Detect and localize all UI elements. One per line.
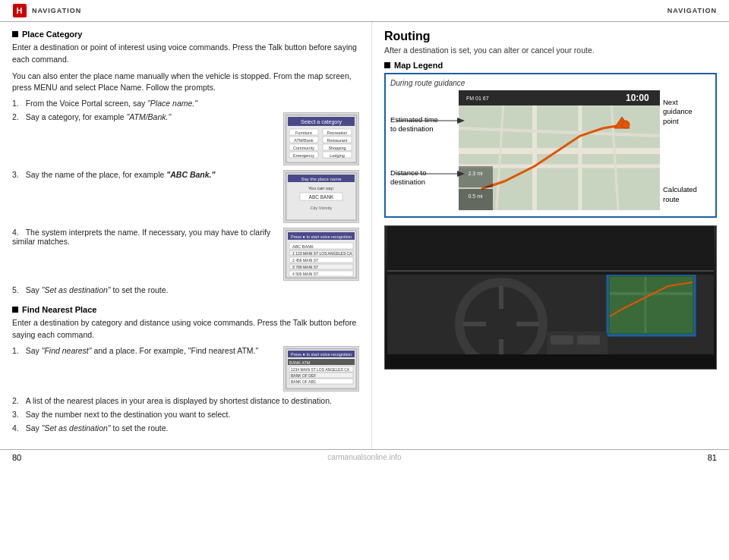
step-2-screenshot: Select a category Furniture Recreation A…: [283, 112, 359, 165]
header-right-text: NAVIGATION: [667, 7, 717, 14]
distance-arrow: [396, 166, 465, 181]
svg-text:2 456 MAIN ST: 2 456 MAIN ST: [292, 258, 318, 263]
find-nearest-section: Find Nearest Place Enter a destination b…: [12, 305, 359, 433]
fn-step-4-row: 4. Say "Set as destination" to set the r…: [12, 423, 359, 433]
map-legend-heading: Map Legend: [384, 61, 717, 70]
step-2-row: 2. Say a category, for example "ATM/Bank…: [12, 112, 359, 165]
svg-text:Press ● to start voice recogni: Press ● to start voice recognition: [291, 352, 352, 357]
svg-text:1234 MAIN ST LOS ANGELES CA: 1234 MAIN ST LOS ANGELES CA: [291, 367, 350, 372]
step-4-screenshot: Press ● to start voice recognition ABC B…: [283, 228, 359, 281]
svg-text:Community: Community: [293, 146, 314, 150]
header-left-nav: H NAVIGATION: [12, 3, 81, 18]
main-content: Place Category Enter a destination or po…: [0, 22, 729, 449]
fn-step-1-text: 1. Say "Find nearest" and a place. For e…: [12, 346, 277, 355]
svg-rect-86: [610, 277, 693, 333]
svg-text:10:00: 10:00: [626, 93, 649, 103]
svg-text:0.5 mi: 0.5 mi: [468, 193, 483, 199]
map-svg: 10:00 FM 01 67 0.5 mi 2.3 mi: [459, 90, 660, 210]
header-left-text: NAVIGATION: [32, 7, 81, 14]
svg-marker-74: [457, 118, 465, 124]
fn-step-4-text: 4. Say "Set as destination" to set the r…: [12, 423, 359, 433]
svg-text:Lodging: Lodging: [330, 153, 345, 158]
step-3-text: 3. Say the name of the place, for exampl…: [12, 170, 277, 179]
fn-step-2-text: 2. A list of the nearest places in your …: [12, 396, 359, 405]
svg-text:You can say:: You can say:: [308, 186, 334, 190]
svg-text:Press ● to start voice recogni: Press ● to start voice recognition: [291, 234, 352, 239]
svg-rect-91: [577, 335, 600, 344]
map-legend-box: During route guidance Estimated time to …: [384, 73, 717, 218]
svg-point-68: [622, 121, 630, 128]
during-route-label: During route guidance: [390, 79, 711, 87]
svg-marker-76: [457, 171, 465, 177]
step-5-row: 5. Say "Set as destination" to set the r…: [12, 285, 359, 294]
svg-text:ABC BANK: ABC BANK: [309, 194, 335, 200]
header-right-nav: NAVIGATION: [667, 7, 717, 14]
step-2-text: 2. Say a category, for example "ATM/Bank…: [12, 112, 277, 121]
footer-right-page: 81: [708, 453, 717, 462]
fn-step-3-row: 3. Say the number next to the destinatio…: [12, 410, 359, 419]
map-image-area: 10:00 FM 01 67 0.5 mi 2.3 mi: [459, 90, 660, 212]
svg-text:ATM/Bank: ATM/Bank: [294, 138, 314, 143]
fn-step-2-row: 2. A list of the nearest places in your …: [12, 396, 359, 405]
dashboard-svg: [387, 225, 714, 370]
svg-text:Say the place name: Say the place name: [301, 177, 342, 181]
svg-text:3 789 MAIN ST: 3 789 MAIN ST: [292, 265, 318, 269]
map-legend-section: Map Legend During route guidance Estimat…: [384, 61, 717, 370]
place-category-para1: Enter a destination or point of interest…: [12, 42, 359, 66]
svg-text:4 500 MAIN ST: 4 500 MAIN ST: [292, 272, 318, 276]
svg-text:H: H: [17, 6, 24, 15]
fn-step-3-text: 3. Say the number next to the destinatio…: [12, 410, 359, 419]
left-map-annotations: Estimated time to destination Distance t…: [390, 90, 459, 212]
step-4-text: 4. The system interprets the name. If ne…: [12, 228, 277, 246]
next-guidance-label: Next guidance point: [663, 98, 697, 126]
svg-point-80: [486, 309, 516, 339]
svg-text:ABC BANK: ABC BANK: [292, 244, 314, 249]
svg-text:Emergency: Emergency: [293, 153, 314, 158]
svg-text:BANK OF DEF: BANK OF DEF: [291, 373, 316, 378]
right-map-annotations: Next guidance point Calculated route: [663, 90, 697, 212]
svg-text:FM  01  67: FM 01 67: [466, 96, 489, 101]
step-3-row: 3. Say the name of the place, for exampl…: [12, 170, 359, 223]
svg-text:2.3 mi: 2.3 mi: [468, 171, 483, 176]
routing-title: Routing: [384, 30, 717, 43]
footer-watermark: carmanualsonline.info: [327, 453, 401, 461]
page-header: H NAVIGATION NAVIGATION: [0, 0, 729, 22]
svg-text:1 123 MAIN ST LOS ANGELES CA: 1 123 MAIN ST LOS ANGELES CA: [292, 251, 352, 256]
map-legend-content: Estimated time to destination Distance t…: [390, 90, 711, 212]
calculated-route-label: Calculated route: [663, 185, 697, 204]
svg-text:BANK ATM: BANK ATM: [289, 360, 311, 365]
place-category-heading: Place Category: [12, 30, 359, 39]
step-4-row: 4. The system interprets the name. If ne…: [12, 228, 359, 281]
svg-text:BANK OF ABC: BANK OF ABC: [291, 379, 317, 384]
footer-left-page: 80: [12, 453, 21, 462]
routing-subtitle: After a destination is set, you can alte…: [384, 46, 717, 55]
step-5-text: 5. Say "Set as destination" to set the r…: [12, 285, 359, 294]
estimated-time-arrow: [396, 113, 465, 128]
left-column: Place Category Enter a destination or po…: [0, 22, 372, 449]
step-3-screenshot: Say the place name You can say: ABC BANK…: [283, 170, 359, 223]
svg-text:Shopping: Shopping: [328, 146, 346, 150]
step-1-text: 1. From the Voice Portal screen, say "Pl…: [12, 99, 359, 108]
place-category-section: Place Category Enter a destination or po…: [12, 30, 359, 294]
find-nearest-heading: Find Nearest Place: [12, 305, 359, 314]
page-footer: 80 carmanualsonline.info 81: [0, 449, 729, 465]
honda-icon: H: [12, 3, 27, 18]
svg-text:Recreation: Recreation: [327, 131, 348, 135]
svg-rect-92: [387, 354, 714, 370]
svg-text:Select a category: Select a category: [301, 119, 342, 125]
step-1-row: 1. From the Voice Portal screen, say "Pl…: [12, 99, 359, 108]
place-category-para2: You can also enter the place name manual…: [12, 71, 359, 95]
svg-text:City Vicinity: City Vicinity: [311, 206, 333, 210]
svg-rect-90: [551, 335, 573, 344]
svg-text:Furniture: Furniture: [295, 131, 312, 135]
svg-rect-93: [387, 225, 714, 275]
right-column: Routing After a destination is set, you …: [372, 22, 729, 449]
svg-rect-69: [459, 189, 493, 210]
fn-step-1-row: 1. Say "Find nearest" and a place. For e…: [12, 346, 359, 392]
svg-text:Restaurant: Restaurant: [327, 138, 348, 143]
find-nearest-para1: Enter a destination by category and dist…: [12, 317, 359, 341]
fn-step-1-screenshot: Press ● to start voice recognition BANK …: [283, 346, 359, 392]
dashboard-image: [384, 225, 717, 370]
